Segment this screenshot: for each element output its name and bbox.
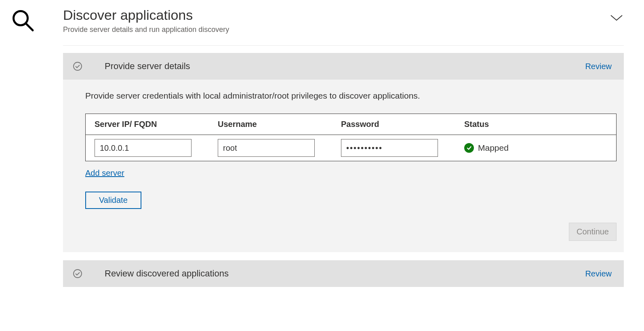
server-ip-input[interactable]	[95, 139, 192, 157]
server-table: Server IP/ FQDN Username Password Status	[85, 114, 617, 161]
success-icon	[464, 143, 474, 153]
col-header-username: Username	[218, 120, 341, 129]
instruction-text: Provide server credentials with local ad…	[85, 91, 617, 101]
page-title: Discover applications	[63, 7, 229, 23]
check-circle-icon	[73, 61, 82, 71]
table-header-row: Server IP/ FQDN Username Password Status	[86, 114, 616, 135]
review-link[interactable]: Review	[585, 62, 612, 71]
page-subtitle: Provide server details and run applicati…	[63, 25, 229, 34]
review-link[interactable]: Review	[585, 269, 612, 278]
status-text: Mapped	[478, 143, 509, 153]
table-row: Mapped	[86, 135, 616, 161]
continue-button[interactable]: Continue	[569, 223, 617, 241]
check-circle-icon	[73, 269, 82, 278]
search-icon	[11, 8, 35, 32]
username-input[interactable]	[218, 139, 315, 157]
col-header-ip: Server IP/ FQDN	[95, 120, 218, 129]
step-header: Provide server details Review	[63, 53, 624, 80]
step-provide-server-details: Provide server details Review Provide se…	[63, 53, 624, 252]
step-header: Review discovered applications Review	[63, 260, 624, 287]
chevron-down-icon	[609, 13, 624, 23]
step-title: Provide server details	[105, 61, 585, 72]
page-header: Discover applications Provide server det…	[63, 7, 624, 46]
svg-line-1	[26, 24, 33, 30]
status-cell: Mapped	[464, 143, 616, 153]
svg-point-2	[74, 62, 82, 70]
collapse-toggle[interactable]	[609, 13, 624, 23]
step-body: Provide server credentials with local ad…	[63, 80, 624, 252]
col-header-status: Status	[464, 120, 616, 129]
step-review-discovered-apps: Review discovered applications Review	[63, 260, 624, 287]
step-title: Review discovered applications	[105, 268, 585, 279]
validate-button[interactable]: Validate	[85, 192, 141, 209]
col-header-password: Password	[341, 120, 464, 129]
add-server-link[interactable]: Add server	[85, 169, 124, 178]
password-input[interactable]	[341, 139, 438, 157]
svg-point-3	[74, 270, 82, 278]
